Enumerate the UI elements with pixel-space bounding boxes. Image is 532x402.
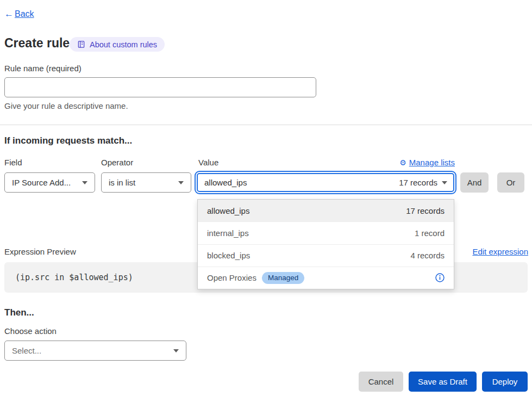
- choose-action-label: Choose action: [4, 326, 57, 336]
- value-combobox-value: allowed_ips: [204, 178, 247, 187]
- manage-lists-label: Manage lists: [409, 158, 455, 167]
- dropdown-item-name: allowed_ips: [207, 206, 249, 215]
- dropdown-item-name: blocked_ips: [207, 251, 250, 260]
- create-rule-page: ← Back Create rule About custom rules Ru…: [0, 0, 532, 402]
- value-combobox[interactable]: allowed_ips 17 records: [197, 173, 454, 192]
- dropdown-item-name: Open Proxies: [207, 273, 256, 282]
- page-title: Create rule: [4, 36, 70, 51]
- list-dropdown-panel: allowed_ips 17 records internal_ips 1 re…: [197, 199, 454, 289]
- or-button[interactable]: Or: [497, 172, 524, 193]
- match-section-heading: If incoming requests match...: [4, 135, 132, 146]
- chevron-down-icon: [178, 181, 184, 184]
- expression-code: (ip.src in $allowed_ips): [15, 273, 133, 282]
- chevron-down-icon: [442, 181, 447, 184]
- dropdown-item-meta: 17 records: [406, 206, 445, 215]
- deploy-button[interactable]: Deploy: [482, 372, 528, 392]
- field-column-label: Field: [4, 158, 22, 167]
- about-custom-rules-badge[interactable]: About custom rules: [70, 37, 165, 52]
- back-link-label: Back: [15, 9, 34, 19]
- action-select-placeholder: Select...: [12, 346, 41, 355]
- expression-preview-label: Expression Preview: [4, 247, 76, 256]
- edit-expression-link[interactable]: Edit expression: [472, 247, 528, 256]
- rule-name-input[interactable]: [4, 77, 316, 97]
- back-link[interactable]: ← Back: [4, 9, 34, 20]
- dropdown-item-internal-ips[interactable]: internal_ips 1 record: [198, 222, 454, 244]
- save-as-draft-button[interactable]: Save as Draft: [409, 372, 477, 392]
- dropdown-item-open-proxies[interactable]: Open Proxies Managed: [198, 267, 454, 289]
- chevron-down-icon: [173, 349, 179, 352]
- field-select[interactable]: IP Source Add...: [4, 172, 95, 193]
- book-icon: [77, 40, 85, 48]
- manage-lists-link[interactable]: ⚙ Manage lists: [399, 158, 455, 167]
- cancel-button[interactable]: Cancel: [359, 372, 403, 392]
- operator-column-label: Operator: [101, 158, 133, 167]
- section-divider: [0, 125, 532, 125]
- chevron-down-icon: [82, 181, 87, 184]
- rule-name-label: Rule name (required): [4, 64, 82, 73]
- value-combobox-focus-ring: allowed_ips 17 records: [195, 171, 456, 194]
- field-select-value: IP Source Add...: [12, 178, 71, 187]
- dropdown-item-blocked-ips[interactable]: blocked_ips 4 records: [198, 245, 454, 267]
- about-badge-label: About custom rules: [90, 40, 157, 49]
- back-arrow-icon: ←: [4, 9, 14, 20]
- then-section-heading: Then...: [4, 307, 34, 318]
- info-icon[interactable]: [435, 273, 445, 282]
- managed-badge: Managed: [262, 272, 304, 284]
- dropdown-item-allowed-ips[interactable]: allowed_ips 17 records: [198, 200, 454, 222]
- dropdown-item-name: internal_ips: [207, 228, 249, 238]
- rule-name-helper: Give your rule a descriptive name.: [4, 101, 128, 110]
- operator-select-value: is in list: [109, 178, 135, 187]
- value-combobox-records: 17 records: [399, 178, 437, 187]
- action-select[interactable]: Select...: [4, 341, 186, 361]
- dropdown-item-meta: 4 records: [410, 251, 445, 260]
- value-column-label: Value: [198, 158, 218, 167]
- gear-icon: ⚙: [399, 159, 406, 166]
- and-button[interactable]: And: [460, 172, 489, 193]
- operator-select[interactable]: is in list: [101, 172, 191, 193]
- dropdown-item-meta: 1 record: [415, 228, 445, 238]
